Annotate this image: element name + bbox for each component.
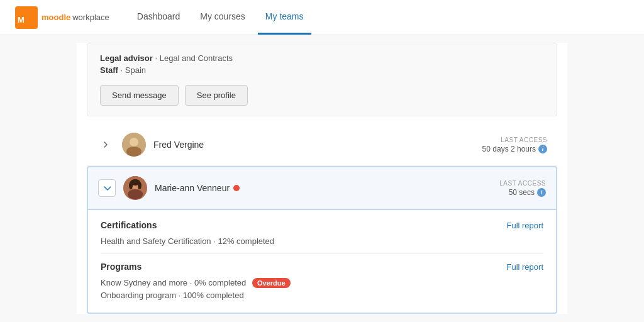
avatar-fred bbox=[122, 133, 146, 157]
online-status-dot bbox=[233, 185, 240, 191]
certifications-section-header: Certifications Full report bbox=[101, 220, 543, 230]
action-buttons: Send message See profile bbox=[100, 85, 544, 106]
last-access-value-fred: 50 days 2 hours i bbox=[482, 145, 547, 153]
chevron-down-icon-marie[interactable] bbox=[98, 179, 116, 197]
nav-my-courses[interactable]: My courses bbox=[192, 0, 253, 35]
user-role-row: Legal advisor · Legal and Contracts bbox=[100, 53, 544, 63]
prog-name-0: Know Sydney and more bbox=[101, 278, 187, 287]
send-message-button[interactable]: Send message bbox=[100, 85, 179, 106]
prog-row-0: Know Sydney and more · 0% completed Over… bbox=[101, 278, 543, 288]
last-access-marie-ann: LAST ACCESS 50 secs i bbox=[499, 180, 546, 197]
detail-panel-marie-ann: Certifications Full report Health and Sa… bbox=[87, 210, 557, 314]
programs-section-header: Programs Full report bbox=[101, 262, 543, 272]
nav-my-teams[interactable]: My teams bbox=[258, 0, 311, 35]
staff-label: Staff bbox=[100, 65, 118, 75]
staff-separator: · bbox=[121, 65, 125, 75]
user-info-card: Legal advisor · Legal and Contracts Staf… bbox=[87, 43, 557, 116]
header: M moodle workplace Dashboard My courses … bbox=[0, 0, 644, 35]
prog-progress-1: 100% completed bbox=[183, 291, 244, 300]
cert-name-0: Health and Safety Certification bbox=[101, 236, 211, 246]
svg-point-9 bbox=[129, 182, 133, 189]
main-content: Legal advisor · Legal and Contracts Staf… bbox=[77, 43, 567, 314]
certifications-title: Certifications bbox=[101, 220, 157, 230]
prog-separator-1: · bbox=[179, 291, 183, 300]
prog-row-1: Onboarding program · 100% completed bbox=[101, 291, 543, 300]
nav-dashboard[interactable]: Dashboard bbox=[130, 0, 188, 35]
prog-progress-0: 0% completed bbox=[194, 278, 246, 287]
member-list: Fred Vergine LAST ACCESS 50 days 2 hours… bbox=[87, 124, 557, 314]
last-access-value-marie: 50 secs i bbox=[499, 188, 546, 197]
role-separator: · bbox=[155, 53, 159, 63]
last-access-label-marie: LAST ACCESS bbox=[499, 180, 546, 187]
logo: M moodle workplace bbox=[15, 6, 109, 29]
cert-progress-0: 12% completed bbox=[218, 236, 274, 246]
svg-point-10 bbox=[138, 182, 142, 189]
svg-point-3 bbox=[130, 138, 138, 147]
member-row-marie-ann[interactable]: Marie-ann Venneur LAST ACCESS 50 secs i bbox=[87, 166, 557, 210]
info-icon-fred[interactable]: i bbox=[538, 145, 547, 153]
prog-separator-0: · bbox=[190, 278, 194, 287]
user-role: Legal advisor bbox=[100, 53, 153, 63]
main-nav: Dashboard My courses My teams bbox=[130, 0, 311, 35]
user-department: Legal and Contracts bbox=[160, 53, 233, 63]
member-row-fred[interactable]: Fred Vergine LAST ACCESS 50 days 2 hours… bbox=[87, 124, 557, 166]
user-location: Spain bbox=[125, 65, 146, 75]
user-staff-row: Staff · Spain bbox=[100, 65, 544, 75]
member-name-fred: Fred Vergine bbox=[153, 140, 482, 150]
overdue-badge-0: Overdue bbox=[252, 278, 291, 288]
last-access-label-fred: LAST ACCESS bbox=[482, 136, 547, 143]
programs-title: Programs bbox=[101, 262, 142, 272]
programs-full-report-link[interactable]: Full report bbox=[506, 262, 543, 272]
see-profile-button[interactable]: See profile bbox=[185, 85, 248, 106]
svg-point-7 bbox=[128, 189, 143, 199]
member-name-marie-ann: Marie-ann Venneur bbox=[155, 183, 499, 193]
section-divider bbox=[101, 253, 543, 254]
certifications-full-report-link[interactable]: Full report bbox=[506, 221, 543, 230]
info-icon-marie[interactable]: i bbox=[537, 188, 546, 197]
avatar-marie-ann bbox=[123, 176, 147, 200]
moodle-logo-icon: M bbox=[15, 6, 38, 29]
svg-point-4 bbox=[126, 147, 142, 157]
chevron-right-icon bbox=[97, 136, 114, 153]
logo-subtext: workplace bbox=[72, 13, 109, 22]
last-access-fred: LAST ACCESS 50 days 2 hours i bbox=[482, 136, 547, 153]
cert-row-0: Health and Safety Certification · 12% co… bbox=[101, 236, 543, 246]
logo-text: moodle bbox=[42, 13, 70, 22]
prog-name-1: Onboarding program bbox=[101, 291, 176, 300]
svg-text:M: M bbox=[18, 15, 25, 25]
